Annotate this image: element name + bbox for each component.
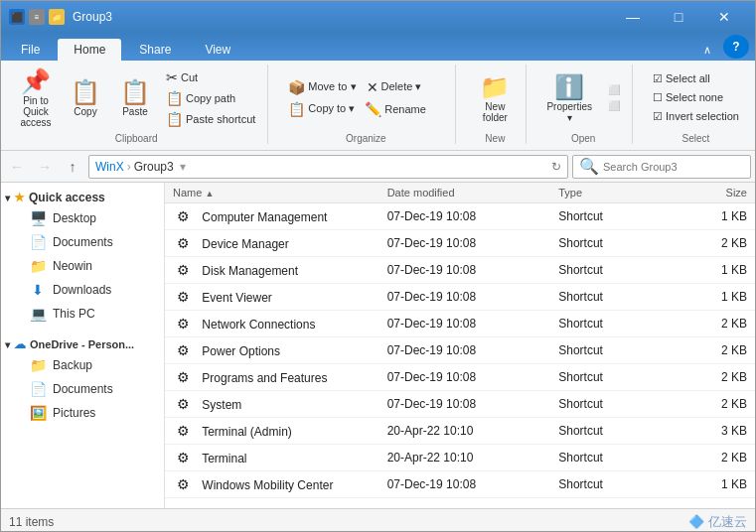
rename-button[interactable]: ✏️ Rename <box>361 99 430 119</box>
file-size-cell: 1 KB <box>687 209 747 223</box>
cut-button[interactable]: ✂ Cut <box>162 67 259 87</box>
minimize-button[interactable]: — <box>610 1 656 33</box>
file-icon: ⚙ <box>173 448 193 467</box>
refresh-button[interactable]: ↻ <box>551 160 561 174</box>
table-row[interactable]: ⚙ Event Viewer 07-Dec-19 10:08 Shortcut … <box>165 284 755 311</box>
tab-home[interactable]: Home <box>58 39 121 61</box>
thispc-icon: 💻 <box>29 305 47 323</box>
sidebar-item-desktop[interactable]: 🖥️ Desktop <box>17 206 164 230</box>
file-size-cell: 1 KB <box>687 477 747 491</box>
maximize-button[interactable]: □ <box>656 1 701 33</box>
address-dropdown-arrow[interactable]: ▾ <box>180 160 186 174</box>
copy-button[interactable]: 📋 Copy <box>63 68 108 128</box>
up-button[interactable]: ↑ <box>61 155 84 179</box>
tab-view[interactable]: View <box>189 39 246 61</box>
search-box[interactable]: 🔍 <box>572 155 751 179</box>
pin-to-quick-access-button[interactable]: 📌 Pin to Quickaccess <box>13 68 59 128</box>
backup-label: Backup <box>53 358 92 372</box>
sidebar-quick-access-header[interactable]: ▾ ★ Quick access <box>1 187 164 206</box>
file-type-cell: Shortcut <box>558 343 686 357</box>
move-to-button[interactable]: 📦 Move to ▾ <box>284 77 360 97</box>
new-folder-button[interactable]: 📁 Newfolder <box>472 68 518 128</box>
file-name-cell: ⚙ Windows Mobility Center <box>173 474 387 494</box>
ribbon-group-select: ☑ Select all ☐ Select none ☑ Invert sele… <box>641 65 751 144</box>
app-icon-2: ≡ <box>29 9 45 25</box>
desktop-label: Desktop <box>53 211 96 225</box>
sidebar-item-documents[interactable]: 📄 Documents <box>17 230 164 254</box>
paste-label: Paste <box>122 106 148 117</box>
select-all-button[interactable]: ☑ Select all <box>649 70 743 87</box>
file-icon: ⚙ <box>173 340 193 360</box>
properties-label: Properties▾ <box>546 101 592 123</box>
neowin-label: Neowin <box>53 259 92 273</box>
copy-path-button[interactable]: 📋 Copy path <box>162 88 259 108</box>
address-bar[interactable]: WinX › Group3 ▾ ↻ <box>88 155 568 179</box>
select-buttons: ☑ Select all ☐ Select none ☑ Invert sele… <box>649 65 743 131</box>
tab-share[interactable]: Share <box>123 39 187 61</box>
table-row[interactable]: ⚙ Disk Management 07-Dec-19 10:08 Shortc… <box>165 257 755 284</box>
back-button[interactable]: ← <box>5 155 29 179</box>
column-name[interactable]: Name ▲ <box>173 187 387 199</box>
sidebar-item-thispc[interactable]: 💻 This PC <box>17 302 164 326</box>
file-icon: ⚙ <box>173 206 193 226</box>
collapse-ribbon-button[interactable]: ∧ <box>695 40 719 61</box>
sidebar-spacer <box>1 326 164 333</box>
table-row[interactable]: ⚙ Network Connections 07-Dec-19 10:08 Sh… <box>165 311 755 337</box>
properties-button[interactable]: ℹ️ Properties▾ <box>542 68 596 128</box>
address-breadcrumb-winx[interactable]: WinX <box>95 160 124 174</box>
table-row[interactable]: ⚙ Computer Management 07-Dec-19 10:08 Sh… <box>165 203 755 230</box>
downloads-label: Downloads <box>53 283 111 297</box>
file-size-cell: 2 KB <box>687 370 747 384</box>
delete-button[interactable]: ✕ Delete ▾ <box>363 77 426 97</box>
ribbon: File Home Share View ∧ ? 📌 Pin to Quicka… <box>1 33 755 151</box>
close-button[interactable]: ✕ <box>701 1 747 33</box>
forward-button[interactable]: → <box>33 155 57 179</box>
file-name-cell: ⚙ Programs and Features <box>173 367 387 387</box>
invert-selection-button[interactable]: ☑ Invert selection <box>649 108 743 125</box>
app-icon-3: 📁 <box>49 9 65 25</box>
table-row[interactable]: ⚙ Device Manager 07-Dec-19 10:08 Shortcu… <box>165 230 755 257</box>
table-row[interactable]: ⚙ Power Options 07-Dec-19 10:08 Shortcut… <box>165 337 755 364</box>
table-row[interactable]: ⚙ Programs and Features 07-Dec-19 10:08 … <box>165 364 755 391</box>
onedrive-arrow: ▾ <box>5 339 10 350</box>
column-size[interactable]: Size <box>687 187 747 199</box>
select-none-button[interactable]: ☐ Select none <box>649 89 743 106</box>
copy-to-icon: 📋 <box>288 101 305 117</box>
file-name-cell: ⚙ Terminal <box>173 448 387 467</box>
quick-access-items: 🖥️ Desktop 📄 Documents 📁 Neowin ⬇ Downlo… <box>1 206 164 326</box>
column-date[interactable]: Date modified <box>387 187 559 199</box>
sidebar-item-pictures[interactable]: 🖼️ Pictures <box>17 401 164 425</box>
sidebar-item-downloads[interactable]: ⬇ Downloads <box>17 278 164 302</box>
file-size-cell: 2 KB <box>687 317 747 331</box>
table-row[interactable]: ⚙ Terminal 20-Apr-22 10:10 Shortcut 2 KB <box>165 445 755 471</box>
ribbon-group-open: ℹ️ Properties▾ ⬜ ⬜ Open <box>534 65 633 144</box>
properties-icon: ℹ️ <box>554 73 584 101</box>
quick-access-arrow: ▾ <box>5 193 10 203</box>
sidebar-item-backup[interactable]: 📁 Backup <box>17 353 164 377</box>
file-name-cell: ⚙ Computer Management <box>173 206 387 226</box>
file-size-cell: 3 KB <box>687 424 747 438</box>
paste-button[interactable]: 📋 Paste <box>112 68 158 128</box>
copy-label: Copy <box>74 106 96 117</box>
tab-file[interactable]: File <box>5 39 56 61</box>
sidebar-item-documents2[interactable]: 📄 Documents <box>17 377 164 401</box>
help-button[interactable]: ? <box>723 35 749 59</box>
search-input[interactable] <box>603 161 744 173</box>
file-type-cell: Shortcut <box>558 290 686 304</box>
file-size-cell: 2 KB <box>687 451 747 465</box>
file-name: Event Viewer <box>202 291 271 305</box>
open-with-button[interactable]: ⬜ <box>604 98 624 113</box>
column-type[interactable]: Type <box>558 187 686 199</box>
sidebar-item-neowin[interactable]: 📁 Neowin <box>17 254 164 278</box>
search-icon: 🔍 <box>579 157 599 176</box>
paste-shortcut-button[interactable]: 📋 Paste shortcut <box>162 109 259 129</box>
table-row[interactable]: ⚙ System 07-Dec-19 10:08 Shortcut 2 KB <box>165 391 755 418</box>
file-date-cell: 20-Apr-22 10:10 <box>387 424 559 438</box>
table-row[interactable]: ⚙ Terminal (Admin) 20-Apr-22 10:10 Short… <box>165 418 755 445</box>
sidebar-onedrive-header[interactable]: ▾ ☁ OneDrive - Person... <box>1 333 164 353</box>
copy-to-button[interactable]: 📋 Copy to ▾ <box>284 99 359 119</box>
file-list-header: Name ▲ Date modified Type Size <box>165 183 755 203</box>
table-row[interactable]: ⚙ Windows Mobility Center 07-Dec-19 10:0… <box>165 471 755 498</box>
open-button[interactable]: ⬜ <box>604 82 624 97</box>
title-bar: ⬛ ≡ 📁 Group3 — □ ✕ <box>1 1 755 33</box>
